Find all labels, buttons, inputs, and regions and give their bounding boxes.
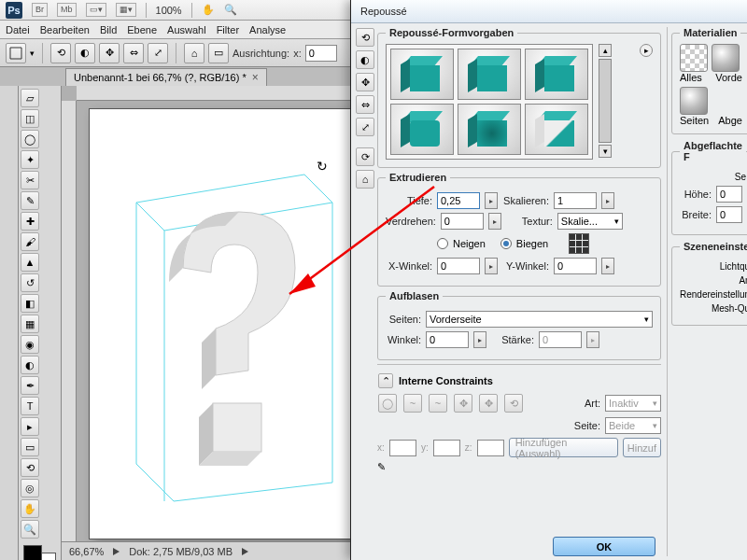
dialog-titlebar[interactable]: Repoussé <box>351 0 747 23</box>
preset-item[interactable] <box>525 104 588 155</box>
angle-spinner[interactable]: ▸ <box>473 331 486 348</box>
camera-rotate-icon[interactable]: ⟳ <box>356 147 374 166</box>
menu-ebene[interactable]: Ebene <box>127 24 157 35</box>
text-tool-icon[interactable]: T <box>21 397 39 415</box>
slide-3d-icon[interactable]: ⇔ <box>123 43 144 63</box>
mesh-scale-icon[interactable]: ⤢ <box>356 118 374 136</box>
twist-spinner[interactable]: ▸ <box>488 213 501 230</box>
sides-select[interactable]: Vorderseite <box>426 311 653 328</box>
yangle-input[interactable]: 0 <box>554 258 597 274</box>
healing-tool-icon[interactable]: ✚ <box>21 212 39 231</box>
scale-3d-icon[interactable]: ⤢ <box>148 43 168 63</box>
eraser-tool-icon[interactable]: ◧ <box>21 294 39 313</box>
menu-bearbeiten[interactable]: Bearbeiten <box>40 24 90 35</box>
crop-tool-icon[interactable]: ✂ <box>21 171 39 189</box>
menu-datei[interactable]: Datei <box>6 24 30 35</box>
lasso-tool-icon[interactable]: ◯ <box>21 130 39 148</box>
scale-input[interactable]: 1 <box>554 192 597 209</box>
roll-3d-icon[interactable]: ◐ <box>75 43 95 63</box>
arrange-button[interactable]: ▦▾ <box>116 3 136 17</box>
preset-flyout-icon[interactable]: ▸ <box>640 44 653 57</box>
flyout-icon[interactable] <box>242 548 248 555</box>
material-sides[interactable] <box>680 87 708 115</box>
camera-home-icon[interactable]: ⌂ <box>356 170 374 189</box>
screen-mode-button[interactable]: ▭▾ <box>86 3 106 17</box>
xangle-input[interactable]: 0 <box>437 258 480 274</box>
document-tab[interactable]: Unbenannt-1 bei 66,7% (?, RGB/16) * × <box>65 68 267 86</box>
scale-spinner[interactable]: ▸ <box>601 192 614 209</box>
flyout-icon[interactable] <box>113 548 120 555</box>
shape-tool-icon[interactable]: ▭ <box>21 438 39 456</box>
path-select-icon[interactable]: ▸ <box>21 417 39 436</box>
menu-auswahl[interactable]: Auswahl <box>167 24 206 35</box>
neigen-radio[interactable] <box>437 238 448 249</box>
preset-item[interactable] <box>390 104 454 155</box>
zoom-display[interactable]: 100% <box>156 5 182 16</box>
eyedropper-tool-icon[interactable]: ✎ <box>21 191 39 210</box>
eraser-icon[interactable]: ✎ <box>377 461 386 473</box>
view-menu-icon[interactable]: ▭ <box>208 43 229 63</box>
depth-spinner[interactable]: ▸ <box>485 192 498 209</box>
color-swatches[interactable] <box>20 545 60 560</box>
preset-item[interactable] <box>390 49 454 100</box>
mesh-roll-icon[interactable]: ◐ <box>356 50 374 69</box>
material-front[interactable] <box>712 44 740 72</box>
pan-3d-icon[interactable]: ✥ <box>99 43 120 63</box>
wand-tool-icon[interactable]: ✦ <box>21 150 39 169</box>
width-input[interactable]: 0 <box>716 206 742 223</box>
dropdown-icon[interactable]: ▾ <box>30 49 35 58</box>
current-tool-icon[interactable] <box>6 43 26 63</box>
material-all[interactable] <box>680 44 708 72</box>
history-brush-icon[interactable]: ↺ <box>21 273 39 292</box>
dodge-tool-icon[interactable]: ◐ <box>21 356 39 374</box>
height-input[interactable]: 0 <box>716 186 742 203</box>
preset-item[interactable] <box>458 104 521 155</box>
mesh-rotate-icon[interactable]: ⟲ <box>356 28 374 47</box>
scroll-track[interactable] <box>599 59 612 143</box>
bridge-button[interactable]: Br <box>32 3 48 17</box>
ok-button[interactable]: OK <box>553 537 655 556</box>
scroll-up-icon[interactable]: ▴ <box>599 44 612 57</box>
preset-scrollbar[interactable]: ▴ ▾ <box>599 44 612 158</box>
stamp-tool-icon[interactable]: ▲ <box>21 253 39 272</box>
zoom-tool-icon[interactable]: 🔍 <box>21 520 39 539</box>
collapse-icon[interactable]: ⌃ <box>378 373 393 388</box>
hand-tool-icon[interactable]: ✋ <box>202 4 215 16</box>
zoom-level[interactable]: 66,67% <box>69 546 104 557</box>
3d-camera-icon[interactable]: ◎ <box>21 479 39 497</box>
scroll-down-icon[interactable]: ▾ <box>599 145 612 158</box>
depth-input[interactable]: 0,25 <box>437 192 480 209</box>
preset-item[interactable] <box>525 49 588 100</box>
close-tab-icon[interactable]: × <box>252 71 259 84</box>
gradient-tool-icon[interactable]: ▦ <box>21 315 39 333</box>
home-view-icon[interactable]: ⌂ <box>184 43 204 63</box>
biegen-radio[interactable] <box>500 238 512 249</box>
doc-size[interactable]: Dok: 2,75 MB/9,03 MB <box>129 546 233 557</box>
minibridge-button[interactable]: Mb <box>57 3 77 17</box>
twist-input[interactable]: 0 <box>441 213 484 230</box>
angle-input[interactable]: 0 <box>426 331 469 348</box>
origin-grid[interactable] <box>569 233 589 254</box>
menu-bild[interactable]: Bild <box>100 24 117 35</box>
rotate-3d-icon[interactable]: ⟲ <box>50 43 71 63</box>
document-canvas[interactable]: ↻ <box>90 109 360 539</box>
x-input[interactable]: 0 <box>305 45 337 62</box>
yangle-spinner[interactable]: ▸ <box>601 258 614 274</box>
menu-analyse[interactable]: Analyse <box>249 24 286 35</box>
preset-item[interactable] <box>458 49 521 100</box>
zoom-tool-icon[interactable]: 🔍 <box>224 4 237 16</box>
menu-filter[interactable]: Filter <box>217 24 239 35</box>
foreground-swatch[interactable] <box>23 545 42 560</box>
texture-select[interactable]: Skalie... <box>557 213 623 230</box>
mesh-pan-icon[interactable]: ✥ <box>356 73 374 91</box>
brush-tool-icon[interactable]: 🖌 <box>21 232 39 251</box>
move-tool-icon[interactable]: ▱ <box>21 89 39 107</box>
pen-tool-icon[interactable]: ✒ <box>21 376 39 395</box>
question-mark-3d-object[interactable] <box>127 165 342 501</box>
mesh-slide-icon[interactable]: ⇔ <box>356 95 374 114</box>
blur-tool-icon[interactable]: ◉ <box>21 335 39 354</box>
marquee-tool-icon[interactable]: ◫ <box>21 109 39 128</box>
hand-tool-icon[interactable]: ✋ <box>21 499 39 518</box>
3d-rotate-icon[interactable]: ⟲ <box>21 458 39 477</box>
xangle-spinner[interactable]: ▸ <box>485 258 498 274</box>
